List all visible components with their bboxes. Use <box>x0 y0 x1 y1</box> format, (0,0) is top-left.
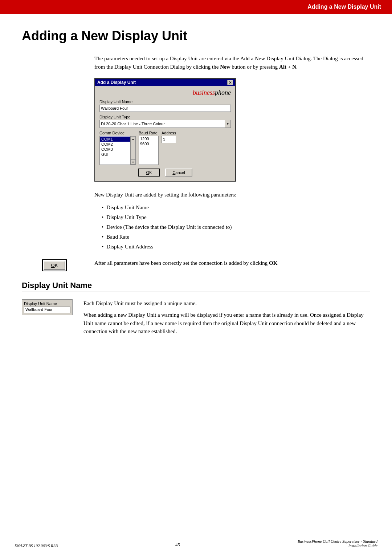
main-content: Adding a New Display Unit The parameters… <box>0 14 392 357</box>
footer-right-line2: Installation Guide <box>298 543 377 548</box>
comm-item-gui[interactable]: GUI <box>100 152 135 157</box>
display-unit-type-select[interactable]: DL20-20 Char 1 Line - Three Colour ▼ <box>99 120 231 128</box>
after-params-text-zone: After all parameters have been correctly… <box>94 259 370 267</box>
address-label: Address <box>162 131 181 135</box>
ok-button-zone: OK <box>22 259 87 270</box>
bullet-item-address: Display Unit Address <box>102 242 370 252</box>
header-bar: Adding a New Display Unit <box>0 0 392 14</box>
bullet-item-device: Device (The device that the Display Unit… <box>102 222 370 232</box>
dialog-title: Add a Display Unit <box>97 80 136 85</box>
footer: EN/LZT BS 102 063/S R2B 45 BusinessPhone… <box>0 536 392 548</box>
display-unit-type-value: DL20-20 Char 1 Line - Three Colour <box>100 121 225 127</box>
comm-section: Comm Device COM1 COM2 COM3 GUI ▲ <box>99 131 231 165</box>
dialog-cancel-button[interactable]: Cancel <box>165 169 192 177</box>
page-heading: Adding a New Display Unit <box>22 28 370 44</box>
after-params-text: After all parameters have been correctly… <box>94 259 370 267</box>
bullet-item-type: Display Unit Type <box>102 212 370 222</box>
bullet-item-name: Display Unit Name <box>102 203 370 212</box>
footer-right-line1: BusinessPhone Call Centre Supervisor - S… <box>298 539 377 543</box>
dun-mini-dialog: Display Unit Name Wallboard Four <box>22 299 73 315</box>
dialog-ok-button[interactable]: OK <box>138 169 160 177</box>
footer-right: BusinessPhone Call Centre Supervisor - S… <box>298 539 377 548</box>
baud-rate-label: Baud Rate <box>139 131 159 135</box>
intro-text: The parameters needed to set up a Displa… <box>94 54 370 71</box>
baud-item-9600[interactable]: 9600 <box>139 141 158 146</box>
logo-phone: phone <box>215 89 231 96</box>
bullet-item-baud: Baud Rate <box>102 232 370 242</box>
dun-description: Each Display Unit must be assigned a uni… <box>83 299 370 336</box>
display-unit-type-arrow[interactable]: ▼ <box>225 120 230 127</box>
display-unit-name-label: Display Unit Name <box>99 100 231 104</box>
comm-item-com2[interactable]: COM2 <box>100 142 135 147</box>
address-column: Address <box>162 131 181 165</box>
comm-device-listbox[interactable]: COM1 COM2 COM3 GUI ▲ ▼ <box>99 136 136 165</box>
dialog-body: businessphone Display Unit Name Display … <box>95 86 235 181</box>
footer-left: EN/LZT BS 102 063/S R2B <box>15 543 58 548</box>
display-unit-name-section: Display Unit Name Wallboard Four Each Di… <box>22 299 370 336</box>
add-display-unit-dialog: Add a Display Unit ✕ businessphone Displ… <box>94 78 236 182</box>
dialog-titlebar: Add a Display Unit ✕ <box>95 79 235 86</box>
dun-para2: When adding a new Display Unit a warning… <box>83 311 370 336</box>
baud-rate-column: Baud Rate 1200 9600 <box>139 131 159 165</box>
dialog-close-button[interactable]: ✕ <box>227 80 233 85</box>
after-params-section: OK After all parameters have been correc… <box>22 259 370 270</box>
comm-item-com1[interactable]: COM1 <box>100 137 135 142</box>
baud-item-1200[interactable]: 1200 <box>139 136 158 141</box>
scroll-down-arrow[interactable]: ▼ <box>131 159 136 165</box>
scroll-track <box>131 141 135 159</box>
after-params-ok: OK <box>269 260 277 266</box>
footer-center: 45 <box>175 542 180 548</box>
section-display-unit-name-heading: Display Unit Name <box>22 281 370 292</box>
ok-image-button[interactable]: OK <box>44 261 65 270</box>
comm-device-column: Comm Device COM1 COM2 COM3 GUI ▲ <box>99 131 136 165</box>
comm-item-com3[interactable]: COM3 <box>100 147 135 152</box>
dialog-wrapper: Add a Display Unit ✕ businessphone Displ… <box>94 78 370 182</box>
display-unit-name-input[interactable] <box>99 105 231 112</box>
params-section: New Display Unit are added by setting th… <box>94 191 370 252</box>
dialog-buttons: OK Cancel <box>99 169 231 177</box>
display-unit-type-label: Display Unit Type <box>99 115 231 119</box>
intro-paragraph: The parameters needed to set up a Displa… <box>94 54 370 71</box>
scroll-up-arrow[interactable]: ▲ <box>131 136 136 141</box>
dun-mini-input: Wallboard Four <box>24 307 70 313</box>
comm-scrollbar: ▲ ▼ <box>130 136 135 165</box>
baud-rate-listbox[interactable]: 1200 9600 <box>139 136 159 165</box>
bullet-list: Display Unit Name Display Unit Type Devi… <box>94 203 370 252</box>
comm-device-label: Comm Device <box>99 131 136 135</box>
address-input[interactable] <box>162 136 176 143</box>
dun-para1: Each Display Unit must be assigned a uni… <box>83 299 370 308</box>
header-title: Adding a New Display Unit <box>307 4 381 10</box>
params-intro: New Display Unit are added by setting th… <box>94 191 370 199</box>
logo-business: business <box>193 89 215 96</box>
dun-mini-label: Display Unit Name <box>24 301 70 306</box>
businessphone-logo: businessphone <box>99 89 231 97</box>
